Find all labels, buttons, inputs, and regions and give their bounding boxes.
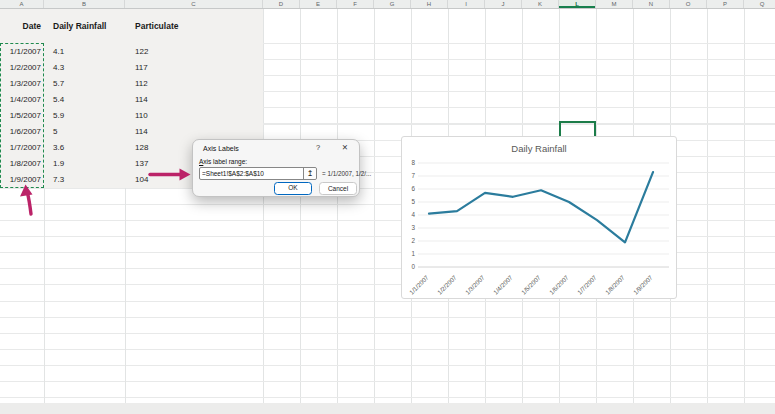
cell[interactable]: 5.7 (44, 79, 125, 88)
svg-text:1/5/2007: 1/5/2007 (520, 273, 542, 295)
rainfall-chart[interactable]: Daily Rainfall 0123456781/1/20071/2/2007… (401, 136, 677, 299)
help-icon[interactable]: ? (311, 143, 325, 154)
cell[interactable]: 110 (125, 111, 263, 120)
svg-text:1/9/2007: 1/9/2007 (632, 273, 654, 295)
svg-text:7: 7 (411, 172, 415, 179)
cell[interactable]: 1.9 (44, 159, 125, 168)
cell[interactable]: 3.6 (44, 143, 125, 152)
axis-label-range-label: Axis label range: (199, 158, 247, 165)
svg-text:1/2/2007: 1/2/2007 (436, 273, 458, 295)
cell[interactable]: 117 (125, 63, 263, 72)
table-header-row: DateDaily RainfallParticulate (0, 9, 263, 43)
svg-text:6: 6 (411, 185, 415, 192)
cancel-button[interactable]: Cancel (319, 182, 357, 195)
svg-text:1/1/2007: 1/1/2007 (408, 273, 430, 295)
axis-label-range-field: ↥ (199, 167, 317, 180)
cell[interactable]: 122 (125, 47, 263, 56)
svg-text:1/3/2007: 1/3/2007 (464, 273, 486, 295)
svg-text:0: 0 (411, 263, 415, 270)
dialog-title: Axis Labels (203, 145, 239, 152)
cell[interactable]: 114 (125, 127, 263, 136)
close-icon[interactable]: ✕ (337, 143, 353, 154)
axis-labels-dialog: Axis Labels ? ✕ Axis label range: ↥ = 1/… (192, 139, 360, 197)
cell[interactable]: 114 (125, 95, 263, 104)
svg-text:5: 5 (411, 198, 415, 205)
svg-text:1/8/2007: 1/8/2007 (604, 273, 626, 295)
cell[interactable]: Particulate (125, 21, 263, 31)
svg-text:1/6/2007: 1/6/2007 (548, 273, 570, 295)
ok-button[interactable]: OK (274, 182, 312, 195)
svg-text:1/4/2007: 1/4/2007 (492, 273, 514, 295)
cell[interactable]: Daily Rainfall (44, 21, 125, 31)
svg-text:2: 2 (411, 237, 415, 244)
marching-ants-selection (0, 43, 44, 188)
svg-text:1: 1 (411, 250, 415, 257)
axis-label-range-input[interactable] (200, 168, 303, 179)
chart-canvas: 0123456781/1/20071/2/20071/3/20071/4/200… (402, 137, 678, 300)
cell[interactable]: 5.4 (44, 95, 125, 104)
svg-text:3: 3 (411, 224, 415, 231)
cell[interactable]: 5 (44, 127, 125, 136)
cell[interactable]: 4.1 (44, 47, 125, 56)
collapse-dialog-icon[interactable]: ↥ (303, 168, 316, 179)
svg-text:8: 8 (411, 159, 415, 166)
svg-text:1/7/2007: 1/7/2007 (576, 273, 598, 295)
cell[interactable]: 112 (125, 79, 263, 88)
cell[interactable]: 7.3 (44, 175, 125, 184)
cell[interactable]: 4.3 (44, 63, 125, 72)
range-preview-text: = 1/1/2007, 1/2/... (322, 170, 371, 177)
svg-text:4: 4 (411, 211, 415, 218)
excel-sheet: ABCDEFGHIJKLMNOPQ DateDaily RainfallPart… (0, 0, 775, 414)
cell[interactable]: 5.9 (44, 111, 125, 120)
cell[interactable]: Date (0, 21, 44, 31)
